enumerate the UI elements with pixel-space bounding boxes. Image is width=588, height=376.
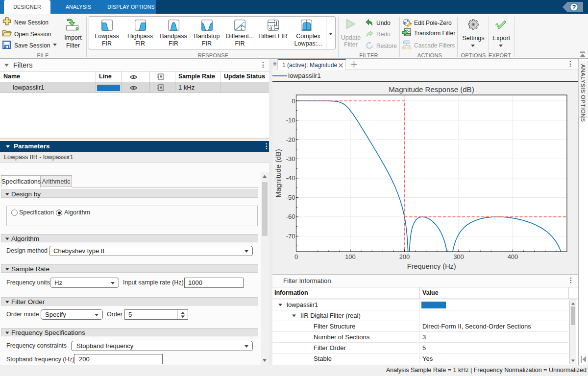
svg-text:-70: -70 xyxy=(286,233,295,240)
svg-text:0: 0 xyxy=(292,97,295,105)
svg-text:-50: -50 xyxy=(286,194,295,201)
svg-text:?: ? xyxy=(572,3,576,11)
svg-text:-40: -40 xyxy=(286,174,295,182)
svg-text:0: 0 xyxy=(294,253,298,260)
svg-text:100: 100 xyxy=(345,253,356,260)
svg-text:Magnitude (dB): Magnitude (dB) xyxy=(274,149,282,197)
svg-text:j: j xyxy=(275,20,277,25)
svg-text:200: 200 xyxy=(399,253,410,260)
svg-text:-j: -j xyxy=(269,25,271,30)
svg-text:400: 400 xyxy=(508,253,518,260)
svg-text:Magnitude Response (dB): Magnitude Response (dB) xyxy=(389,85,474,94)
svg-text:-30: -30 xyxy=(286,155,295,163)
svg-text:300: 300 xyxy=(453,253,464,260)
svg-text:-60: -60 xyxy=(286,213,295,220)
svg-text:Frequency (Hz): Frequency (Hz) xyxy=(407,262,456,270)
svg-text:-20: -20 xyxy=(286,136,295,143)
svg-text:-10: -10 xyxy=(286,117,295,124)
